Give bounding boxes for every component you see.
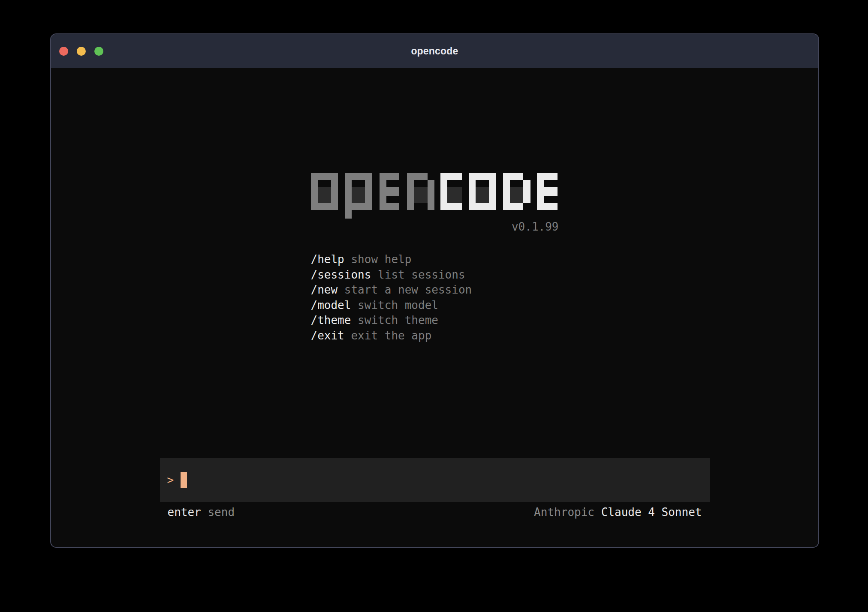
key-hint-action: send: [208, 506, 235, 518]
command-name: /new: [311, 282, 338, 298]
key-hint-key: enter: [168, 506, 201, 518]
key-hint: enter send: [168, 506, 235, 518]
command-row-model: /model switch model: [311, 298, 559, 313]
zoom-button[interactable]: [94, 47, 103, 56]
opencode-window: opencode: [50, 33, 819, 548]
command-name: /model: [311, 298, 351, 313]
hero-section: v0.1.99 /help show help /sessions list s…: [311, 173, 559, 343]
traffic-lights: [59, 34, 103, 68]
model-provider: Anthropic: [534, 506, 594, 518]
message-input[interactable]: >: [160, 458, 710, 502]
minimize-button[interactable]: [77, 47, 86, 56]
window-titlebar[interactable]: opencode: [51, 34, 818, 68]
command-name: /sessions: [311, 267, 371, 283]
prompt-area: > enter send Anthropic Claude 4 Sonnet: [160, 458, 710, 518]
command-row-new: /new start a new session: [311, 282, 559, 298]
command-description: start a new session: [344, 282, 472, 298]
command-description: show help: [351, 252, 411, 267]
command-description: exit the app: [351, 328, 431, 344]
model-name: Claude 4 Sonnet: [601, 506, 702, 518]
command-description: list sessions: [378, 267, 465, 283]
command-row-theme: /theme switch theme: [311, 313, 559, 328]
command-list: /help show help /sessions list sessions …: [311, 252, 559, 343]
command-row-sessions: /sessions list sessions: [311, 267, 559, 283]
terminal-content: v0.1.99 /help show help /sessions list s…: [51, 68, 818, 547]
status-bar: enter send Anthropic Claude 4 Sonnet: [160, 506, 710, 518]
command-row-help: /help show help: [311, 252, 559, 267]
command-name: /theme: [311, 313, 351, 328]
text-cursor: [181, 472, 187, 488]
command-name: /help: [311, 252, 344, 267]
logo-holes: [318, 180, 489, 203]
command-description: switch theme: [358, 313, 438, 328]
window-title: opencode: [411, 45, 458, 57]
command-description: switch model: [358, 298, 438, 313]
model-indicator: Anthropic Claude 4 Sonnet: [534, 506, 702, 518]
desktop: opencode: [0, 0, 868, 612]
version-label: v0.1.99: [311, 220, 559, 233]
opencode-logo: [311, 173, 559, 219]
command-name: /exit: [311, 328, 344, 344]
prompt-chevron: >: [167, 472, 181, 488]
close-button[interactable]: [59, 47, 68, 56]
command-row-exit: /exit exit the app: [311, 328, 559, 344]
